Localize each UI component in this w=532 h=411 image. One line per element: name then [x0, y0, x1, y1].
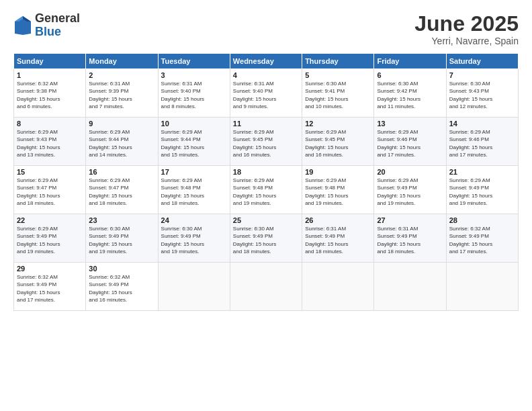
day-number: 8 — [17, 120, 83, 128]
table-row: 29Sunrise: 6:32 AM Sunset: 9:49 PM Dayli… — [14, 263, 86, 311]
day-detail: Sunrise: 6:29 AM Sunset: 9:49 PM Dayligh… — [17, 225, 83, 255]
day-detail: Sunrise: 6:30 AM Sunset: 9:42 PM Dayligh… — [377, 80, 443, 110]
day-number: 20 — [377, 168, 443, 176]
col-friday: Friday — [374, 54, 446, 69]
table-row: 13Sunrise: 6:29 AM Sunset: 9:46 PM Dayli… — [374, 118, 446, 166]
table-row: 3Sunrise: 6:31 AM Sunset: 9:40 PM Daylig… — [158, 69, 230, 118]
svg-marker-0 — [15, 16, 31, 35]
table-row: 24Sunrise: 6:30 AM Sunset: 9:49 PM Dayli… — [158, 214, 230, 263]
table-row: 5Sunrise: 6:30 AM Sunset: 9:41 PM Daylig… — [302, 69, 374, 118]
day-number: 4 — [233, 71, 299, 79]
table-row: 21Sunrise: 6:29 AM Sunset: 9:49 PM Dayli… — [446, 166, 518, 214]
day-detail: Sunrise: 6:29 AM Sunset: 9:48 PM Dayligh… — [305, 177, 371, 207]
day-detail: Sunrise: 6:29 AM Sunset: 9:43 PM Dayligh… — [17, 128, 83, 158]
table-row — [230, 263, 302, 311]
day-detail: Sunrise: 6:29 AM Sunset: 9:44 PM Dayligh… — [161, 128, 227, 158]
table-row: 30Sunrise: 6:32 AM Sunset: 9:49 PM Dayli… — [86, 263, 158, 311]
day-number: 11 — [233, 120, 299, 128]
col-monday: Monday — [86, 54, 158, 69]
day-detail: Sunrise: 6:32 AM Sunset: 9:38 PM Dayligh… — [17, 80, 83, 110]
day-number: 10 — [161, 120, 227, 128]
table-row: 25Sunrise: 6:30 AM Sunset: 9:49 PM Dayli… — [230, 214, 302, 263]
title-block: June 2025 Yerri, Navarre, Spain — [414, 12, 519, 46]
day-number: 12 — [305, 120, 371, 128]
table-row: 27Sunrise: 6:31 AM Sunset: 9:49 PM Dayli… — [374, 214, 446, 263]
table-row: 4Sunrise: 6:31 AM Sunset: 9:40 PM Daylig… — [230, 69, 302, 118]
col-saturday: Saturday — [446, 54, 518, 69]
day-number: 9 — [89, 120, 154, 128]
day-number: 16 — [89, 168, 154, 176]
table-row — [374, 263, 446, 311]
calendar-week-row: 8Sunrise: 6:29 AM Sunset: 9:43 PM Daylig… — [14, 118, 519, 166]
col-sunday: Sunday — [14, 54, 86, 69]
day-number: 2 — [89, 71, 154, 79]
day-detail: Sunrise: 6:29 AM Sunset: 9:49 PM Dayligh… — [377, 177, 443, 207]
table-row: 17Sunrise: 6:29 AM Sunset: 9:48 PM Dayli… — [158, 166, 230, 214]
page: General Blue June 2025 Yerri, Navarre, S… — [0, 0, 532, 411]
col-thursday: Thursday — [302, 54, 374, 69]
calendar-week-row: 15Sunrise: 6:29 AM Sunset: 9:47 PM Dayli… — [14, 166, 519, 214]
table-row: 19Sunrise: 6:29 AM Sunset: 9:48 PM Dayli… — [302, 166, 374, 214]
calendar-table: Sunday Monday Tuesday Wednesday Thursday… — [13, 53, 519, 311]
day-detail: Sunrise: 6:29 AM Sunset: 9:46 PM Dayligh… — [377, 128, 443, 158]
table-row: 10Sunrise: 6:29 AM Sunset: 9:44 PM Dayli… — [158, 118, 230, 166]
day-number: 24 — [161, 216, 227, 224]
day-number: 13 — [377, 120, 443, 128]
table-row — [302, 263, 374, 311]
table-row: 2Sunrise: 6:31 AM Sunset: 9:39 PM Daylig… — [86, 69, 158, 118]
day-number: 27 — [377, 216, 443, 224]
col-wednesday: Wednesday — [230, 54, 302, 69]
table-row: 14Sunrise: 6:29 AM Sunset: 9:46 PM Dayli… — [446, 118, 518, 166]
day-detail: Sunrise: 6:30 AM Sunset: 9:49 PM Dayligh… — [161, 225, 227, 255]
day-detail: Sunrise: 6:31 AM Sunset: 9:40 PM Dayligh… — [161, 80, 227, 110]
day-number: 29 — [17, 265, 83, 273]
header-row: Sunday Monday Tuesday Wednesday Thursday… — [14, 54, 519, 69]
day-number: 23 — [89, 216, 154, 224]
day-detail: Sunrise: 6:32 AM Sunset: 9:49 PM Dayligh… — [89, 273, 154, 304]
day-detail: Sunrise: 6:31 AM Sunset: 9:39 PM Dayligh… — [89, 80, 154, 110]
table-row: 23Sunrise: 6:30 AM Sunset: 9:49 PM Dayli… — [86, 214, 158, 263]
day-detail: Sunrise: 6:31 AM Sunset: 9:49 PM Dayligh… — [305, 225, 371, 255]
logo-icon — [13, 15, 32, 36]
day-detail: Sunrise: 6:31 AM Sunset: 9:40 PM Dayligh… — [233, 80, 299, 110]
table-row: 1Sunrise: 6:32 AM Sunset: 9:38 PM Daylig… — [14, 69, 86, 118]
day-number: 28 — [449, 216, 515, 224]
day-number: 19 — [305, 168, 371, 176]
day-detail: Sunrise: 6:30 AM Sunset: 9:43 PM Dayligh… — [449, 80, 515, 110]
day-detail: Sunrise: 6:29 AM Sunset: 9:45 PM Dayligh… — [305, 128, 371, 158]
day-detail: Sunrise: 6:30 AM Sunset: 9:41 PM Dayligh… — [305, 80, 371, 110]
day-detail: Sunrise: 6:29 AM Sunset: 9:44 PM Dayligh… — [89, 128, 154, 158]
table-row: 9Sunrise: 6:29 AM Sunset: 9:44 PM Daylig… — [86, 118, 158, 166]
table-row: 20Sunrise: 6:29 AM Sunset: 9:49 PM Dayli… — [374, 166, 446, 214]
day-detail: Sunrise: 6:29 AM Sunset: 9:46 PM Dayligh… — [449, 128, 515, 158]
day-detail: Sunrise: 6:29 AM Sunset: 9:49 PM Dayligh… — [449, 177, 515, 207]
logo: General Blue — [13, 12, 80, 39]
logo-blue-text: Blue — [35, 26, 80, 39]
day-detail: Sunrise: 6:32 AM Sunset: 9:49 PM Dayligh… — [17, 273, 83, 304]
day-detail: Sunrise: 6:29 AM Sunset: 9:47 PM Dayligh… — [89, 177, 154, 207]
day-number: 5 — [305, 71, 371, 79]
table-row: 8Sunrise: 6:29 AM Sunset: 9:43 PM Daylig… — [14, 118, 86, 166]
day-detail: Sunrise: 6:30 AM Sunset: 9:49 PM Dayligh… — [233, 225, 299, 255]
day-number: 15 — [17, 168, 83, 176]
day-number: 6 — [377, 71, 443, 79]
table-row — [446, 263, 518, 311]
day-number: 17 — [161, 168, 227, 176]
day-number: 30 — [89, 265, 154, 273]
day-detail: Sunrise: 6:29 AM Sunset: 9:45 PM Dayligh… — [233, 128, 299, 158]
day-number: 18 — [233, 168, 299, 176]
day-number: 21 — [449, 168, 515, 176]
calendar-week-row: 1Sunrise: 6:32 AM Sunset: 9:38 PM Daylig… — [14, 69, 519, 118]
calendar-title: June 2025 — [414, 12, 519, 36]
calendar-subtitle: Yerri, Navarre, Spain — [414, 36, 519, 46]
day-number: 3 — [161, 71, 227, 79]
day-detail: Sunrise: 6:31 AM Sunset: 9:49 PM Dayligh… — [377, 225, 443, 255]
logo-text: General Blue — [35, 12, 80, 39]
day-number: 14 — [449, 120, 515, 128]
col-tuesday: Tuesday — [158, 54, 230, 69]
day-number: 1 — [17, 71, 83, 79]
day-detail: Sunrise: 6:30 AM Sunset: 9:49 PM Dayligh… — [89, 225, 154, 255]
table-row: 12Sunrise: 6:29 AM Sunset: 9:45 PM Dayli… — [302, 118, 374, 166]
day-number: 25 — [233, 216, 299, 224]
calendar-week-row: 22Sunrise: 6:29 AM Sunset: 9:49 PM Dayli… — [14, 214, 519, 263]
